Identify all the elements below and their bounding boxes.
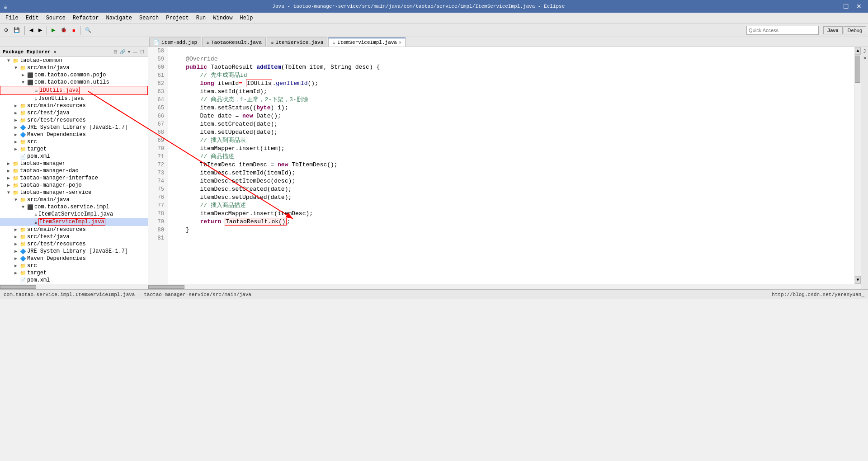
tab-item-add-jsp[interactable]: 📄 item-add.jsp — [149, 38, 201, 47]
tree-item-pom-2[interactable]: 📄 pom.xml — [0, 277, 148, 284]
line-num-72: 72 — [150, 161, 164, 169]
tree-item-src-1[interactable]: ▶ 📁 src — [0, 138, 148, 146]
code-content[interactable]: @Override public TaotaoResult addItem(Tb… — [168, 47, 854, 284]
tree-item-src-main-java-1[interactable]: ▼ 📁 src/main/java — [0, 64, 148, 71]
tab-taotaoresult[interactable]: ☕ TaotaoResult.java — [202, 38, 266, 47]
tree-item-utils-pkg[interactable]: ▼ ⬛ com.taotao.common.utils — [0, 79, 148, 86]
explorer-header: Package Explorer ✕ ⊟ 🔗 ▾ — ☐ — [0, 47, 148, 57]
menu-edit[interactable]: Edit — [22, 14, 42, 22]
toolbar-stop-btn[interactable]: ■ — [70, 25, 78, 35]
code-editor: 58 59 60 61 62 63 64 65 66 67 68 69 70 7… — [148, 47, 861, 284]
editor-scroll-thumb[interactable] — [148, 285, 184, 289]
scroll-thumb[interactable] — [855, 56, 860, 83]
menu-project[interactable]: Project — [162, 14, 192, 22]
tree-item-idutils[interactable]: ☕ IDUtils.java — [0, 86, 148, 95]
menu-search[interactable]: Search — [136, 14, 162, 22]
toolbar-run-btn[interactable]: ▶ — [49, 25, 57, 35]
line-num-69: 69 — [150, 136, 164, 145]
content-area: Package Explorer ✕ ⊟ 🔗 ▾ — ☐ ▼ 📁 taotao-… — [0, 47, 868, 289]
tab-icon-itemservice: ☕ — [271, 39, 274, 45]
code-line-75: itemDesc.setCreated(date); — [172, 185, 851, 193]
explorer-maximize-btn[interactable]: ☐ — [139, 49, 145, 54]
tab-icon-itemserviceimpl: ☕ — [332, 40, 335, 46]
explorer-collapse-btn[interactable]: ⊟ — [113, 49, 118, 54]
tree-item-target-2[interactable]: ▶ 📁 target — [0, 269, 148, 277]
toolbar-search-btn[interactable]: 🔍 — [83, 25, 94, 35]
menu-run[interactable]: Run — [193, 14, 210, 22]
toolbar-debug-run-btn[interactable]: 🐞 — [58, 25, 69, 35]
tree-item-taotao-manager-service[interactable]: ▼ 📁 taotao-manager-service — [0, 189, 148, 196]
scroll-up-arrow[interactable]: ▲ — [855, 47, 861, 55]
status-bar: com.taotao.service.impl.ItemServiceImpl.… — [0, 289, 868, 299]
code-line-65: item.setStatus((byte) 1); — [172, 104, 851, 112]
quick-access-input[interactable] — [746, 26, 819, 35]
tree-item-jsonutils[interactable]: ☕ JsonUtils.java — [0, 95, 148, 102]
line-num-68: 68 — [150, 128, 164, 136]
tree-item-taotao-manager-interface[interactable]: ▶ 📁 taotao-manager-interface — [0, 174, 148, 182]
tree-item-target-1[interactable]: ▶ 📁 target — [0, 146, 148, 153]
menu-bar: File Edit Source Refactor Navigate Searc… — [0, 13, 868, 24]
tree-item-taotao-manager[interactable]: ▶ 📁 taotao-manager — [0, 160, 148, 167]
tree-item-src-main-resources-2[interactable]: ▶ 📁 src/main/resources — [0, 226, 148, 233]
line-num-63: 63 — [150, 88, 164, 96]
java-perspective-btn[interactable]: Java — [823, 26, 842, 34]
code-line-61: // 先生成商品id — [172, 71, 851, 80]
tree-item-src-main-resources-1[interactable]: ▶ 📁 src/main/resources — [0, 102, 148, 109]
maximize-button[interactable]: ☐ — [840, 3, 852, 10]
toolbar-forward-btn[interactable]: ▶ — [36, 25, 44, 35]
menu-refactor[interactable]: Refactor — [69, 14, 103, 22]
menu-window[interactable]: Window — [209, 14, 236, 22]
tree-item-src-main-java-2[interactable]: ▼ 📁 src/main/java — [0, 196, 148, 203]
line-num-59: 59 — [150, 55, 164, 63]
minimize-button[interactable]: – — [830, 3, 839, 10]
line-num-70: 70 — [150, 145, 164, 153]
tree-item-pojo-pkg[interactable]: ▶ ⬛ com.taotao.common.pojo — [0, 71, 148, 79]
explorer-minimize-btn[interactable]: — — [132, 49, 138, 54]
menu-help[interactable]: Help — [236, 14, 257, 22]
tree-item-itemcatserviceimpl[interactable]: ☕ ItemCatServiceImpl.java — [0, 211, 148, 218]
tab-itemservice[interactable]: ☕ ItemService.java — [267, 38, 327, 47]
tree-item-jre-1[interactable]: ▶ 🔷 JRE System Library [JavaSE-1.7] — [0, 124, 148, 131]
explorer-link-btn[interactable]: 🔗 — [119, 49, 126, 54]
explorer-bottom-scrollbar[interactable] — [0, 284, 148, 289]
right-toolbar-btn-1[interactable]: J — [863, 48, 866, 55]
code-line-77: // 插入商品描述 — [172, 202, 851, 210]
toolbar-separator-2 — [47, 26, 47, 35]
menu-source[interactable]: Source — [42, 14, 69, 22]
tree-item-maven-1[interactable]: ▶ 🔷 Maven Dependencies — [0, 131, 148, 138]
right-toolbar-btn-2[interactable]: ✕ — [863, 55, 867, 61]
explorer-scroll-thumb[interactable] — [0, 285, 36, 289]
line-num-79: 79 — [150, 218, 164, 226]
tree-item-src-test-resources-2[interactable]: ▶ 📁 src/test/resources — [0, 240, 148, 248]
tree-item-taotao-manager-dao[interactable]: ▶ 📁 taotao-manager-dao — [0, 167, 148, 174]
tree-item-pom-1[interactable]: 📄 pom.xml — [0, 153, 148, 160]
tree-item-src-test-java-2[interactable]: ▶ 📁 src/test/java — [0, 233, 148, 240]
toolbar-save-btn[interactable]: 💾 — [11, 25, 22, 35]
toolbar-back-btn[interactable]: ◀ — [27, 25, 35, 35]
menu-file[interactable]: File — [2, 14, 22, 22]
editor-bottom-scrollbar[interactable] — [148, 284, 861, 289]
editor-vertical-scrollbar[interactable]: ▲ ▼ — [854, 47, 861, 284]
tree-item-jre-2[interactable]: ▶ 🔷 JRE System Library [JavaSE-1.7] — [0, 248, 148, 255]
right-toolbar: J ✕ — [861, 47, 868, 289]
tree-item-itemserviceimpl[interactable]: ☕ ItemServiceImpl.java — [0, 218, 148, 226]
code-line-72: TbItemDesc itemDesc = new TbItemDesc(); — [172, 161, 851, 169]
line-num-67: 67 — [150, 120, 164, 128]
tab-close-itemserviceimpl[interactable]: ✕ — [399, 40, 401, 45]
tree-item-src-test-java-1[interactable]: ▶ 📁 src/test/java — [0, 109, 148, 117]
menu-navigate[interactable]: Navigate — [102, 14, 136, 22]
tree-item-service-impl-pkg[interactable]: ▼ ⬛ com.taotao.service.impl — [0, 203, 148, 211]
debug-perspective-btn[interactable]: Debug — [844, 26, 866, 34]
toolbar-new-btn[interactable]: ⊕ — [2, 25, 10, 35]
close-button[interactable]: ✕ — [854, 3, 864, 10]
tab-itemserviceimpl[interactable]: ☕ ItemServiceImpl.java ✕ — [328, 38, 406, 47]
explorer-menu-btn[interactable]: ▾ — [127, 49, 131, 54]
tree-item-maven-2[interactable]: ▶ 🔷 Maven Dependencies — [0, 255, 148, 262]
tree-item-taotao-manager-pojo[interactable]: ▶ 📁 taotao-manager-pojo — [0, 182, 148, 189]
code-line-74: itemDesc.setItemDesc(desc); — [172, 177, 851, 185]
tree-item-src-test-resources-1[interactable]: ▶ 📁 src/test/resources — [0, 117, 148, 124]
tree-item-taotao-common[interactable]: ▼ 📁 taotao-common — [0, 57, 148, 64]
line-num-66: 66 — [150, 112, 164, 120]
tree-item-src-2[interactable]: ▶ 📁 src — [0, 262, 148, 269]
scroll-down-arrow[interactable]: ▼ — [855, 276, 861, 284]
